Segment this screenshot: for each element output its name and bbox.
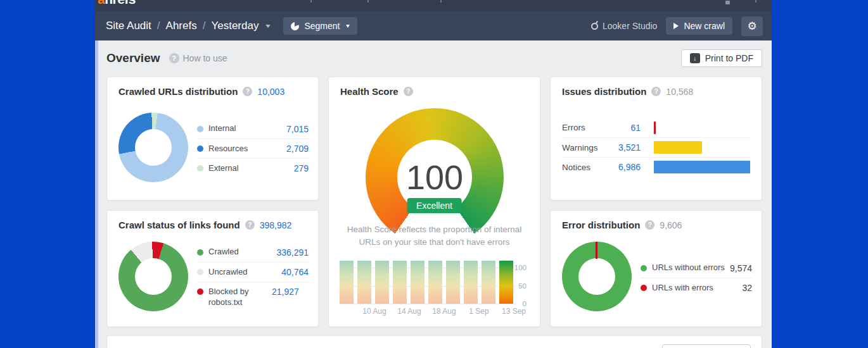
question-mark-icon[interactable]: ? (243, 87, 252, 96)
issue-row-warnings: Warnings 3,521 (562, 137, 750, 157)
pdf-download-icon: ↓ (690, 53, 700, 63)
legend-item: External 279 (197, 158, 309, 178)
top-navbar: ahrefs (95, 0, 772, 11)
legend: URLs without errors 9,574 URLs with erro… (641, 258, 752, 297)
app-window: ahrefs Site Audit / Ahrefs / Yesterday S… (95, 0, 772, 348)
legend-dot (197, 146, 203, 152)
breadcrumb-project[interactable]: Ahrefs (166, 20, 197, 32)
legend-value-link[interactable]: 21,927 (272, 287, 299, 297)
errors-bar (654, 121, 656, 134)
total-count-link[interactable]: 398,982 (260, 220, 292, 230)
print-to-pdf-button[interactable]: ↓ Print to PDF (681, 49, 762, 67)
legend-value: 9,574 (730, 263, 752, 273)
notices-bar (654, 161, 750, 173)
health-score-badge: Excellent (407, 198, 462, 213)
question-mark-icon: ? (169, 53, 179, 63)
legend-item: URLs with errors 32 (641, 278, 752, 297)
y-axis-label: 100 (498, 264, 527, 271)
gridline (340, 304, 516, 304)
trend-bar (428, 261, 442, 304)
new-crawl-button[interactable]: New crawl (666, 17, 732, 35)
issue-value-link[interactable]: 6,986 (611, 162, 641, 172)
legend-dot (197, 289, 203, 295)
overview-toolbar: Overview ? How to use ↓ Print to PDF (106, 48, 762, 68)
legend-value-link[interactable]: 336,291 (276, 247, 309, 258)
question-mark-icon[interactable]: ? (404, 87, 413, 96)
card-crawl-status: Crawl status of links found ? 398,982 Cr… (106, 210, 319, 327)
segment-button[interactable]: Segment (283, 17, 357, 35)
health-score-trend-chart: 100 50 0 10 Aug 14 Aug 18 Aug 1 Sep 13 S… (340, 261, 530, 319)
x-axis-label: 1 Sep (461, 307, 497, 316)
card-title: Crawled URLs distribution (118, 86, 238, 97)
play-icon (673, 23, 679, 29)
donut-chart-crawl-status (118, 242, 188, 311)
trend-bars (340, 261, 513, 304)
chevron-down-icon (265, 25, 271, 28)
card-title: Error distribution (562, 220, 640, 230)
trend-bar (464, 261, 478, 304)
legend-item: Uncrawled 40,764 (197, 262, 309, 282)
legend-dot (641, 285, 647, 291)
chevron-down-icon (346, 25, 350, 28)
trend-bar (357, 261, 371, 304)
clipped-nav-item (755, 0, 756, 3)
x-axis-label: 10 Aug (357, 307, 392, 316)
main-content: Overview ? How to use ↓ Print to PDF Cra… (95, 40, 772, 348)
gear-icon: ⚙ (747, 21, 756, 32)
issue-row-notices: Notices 6,986 (562, 157, 750, 177)
question-mark-icon[interactable]: ? (645, 220, 654, 230)
clipped-nav-item (440, 0, 442, 3)
x-axis-label: 18 Aug (426, 307, 462, 316)
card-crawled-urls-distribution: Crawled URLs distribution ? 10,003 Inter… (106, 77, 319, 201)
legend-item: Blocked by robots.txt 21,927 (197, 282, 309, 311)
legend-value-link[interactable]: 279 (294, 163, 309, 173)
issue-row-errors: Errors 61 (562, 118, 750, 137)
legend-item: Internal 7,015 (197, 119, 309, 139)
clipped-nav-item (310, 0, 312, 3)
clipped-button[interactable] (662, 344, 751, 348)
total-count: 10,568 (666, 87, 693, 97)
legend-value-link[interactable]: 2,709 (286, 144, 309, 154)
x-axis-labels: 10 Aug 14 Aug 18 Aug 1 Sep 13 Sep (340, 307, 530, 316)
breadcrumb-bar: Site Audit / Ahrefs / Yesterday Segment … (95, 11, 772, 40)
card-health-score: Health Score ? 100 Excellent Health Scor… (328, 77, 540, 327)
legend: Internal 7,015 Resources 2,709 External … (197, 119, 309, 178)
donut-chart-crawled-urls (118, 113, 188, 182)
settings-button[interactable]: ⚙ (741, 16, 763, 36)
ahrefs-logo[interactable]: ahrefs (98, 0, 136, 7)
question-mark-icon[interactable]: ? (651, 87, 661, 96)
page-title: Overview (106, 51, 160, 65)
health-score-value: 100 (366, 108, 504, 246)
pie-chart-icon (291, 22, 299, 30)
trend-bar (411, 261, 424, 304)
errors-slice (596, 242, 597, 259)
x-axis-label: 14 Aug (392, 307, 427, 316)
trend-bar (375, 261, 389, 304)
card-clipped-bottom (106, 335, 762, 348)
how-to-use-link[interactable]: ? How to use (169, 53, 227, 63)
breadcrumb: Site Audit / Ahrefs / Yesterday (106, 20, 271, 32)
legend: Crawled 336,291 Uncrawled 40,764 Blocked… (197, 242, 309, 311)
legend-item: Crawled 336,291 (197, 242, 309, 262)
card-title: Health Score (340, 86, 399, 97)
legend-dot (197, 269, 203, 275)
breadcrumb-crawl-date[interactable]: Yesterday (211, 20, 258, 32)
total-count-link[interactable]: 10,003 (257, 87, 284, 97)
looker-studio-link[interactable]: Looker Studio (591, 21, 657, 31)
total-count: 9,606 (660, 220, 682, 230)
trend-bar (393, 261, 407, 304)
legend-value-link[interactable]: 40,764 (281, 267, 309, 277)
question-mark-icon[interactable]: ? (245, 220, 255, 230)
issue-value-link[interactable]: 61 (611, 123, 641, 133)
issue-value-link[interactable]: 3,521 (611, 142, 641, 152)
y-axis-label: 50 (498, 282, 527, 290)
card-error-distribution: Error distribution ? 9,606 URLs without … (550, 210, 762, 327)
legend-dot (197, 126, 203, 132)
legend-value-link[interactable]: 7,015 (286, 124, 309, 134)
legend-value: 32 (742, 283, 752, 293)
card-title: Issues distribution (562, 86, 646, 97)
legend-item: URLs without errors 9,574 (641, 258, 752, 278)
legend-item: Resources 2,709 (197, 139, 309, 158)
breadcrumb-site-audit[interactable]: Site Audit (106, 20, 151, 32)
trend-bar (446, 261, 460, 304)
